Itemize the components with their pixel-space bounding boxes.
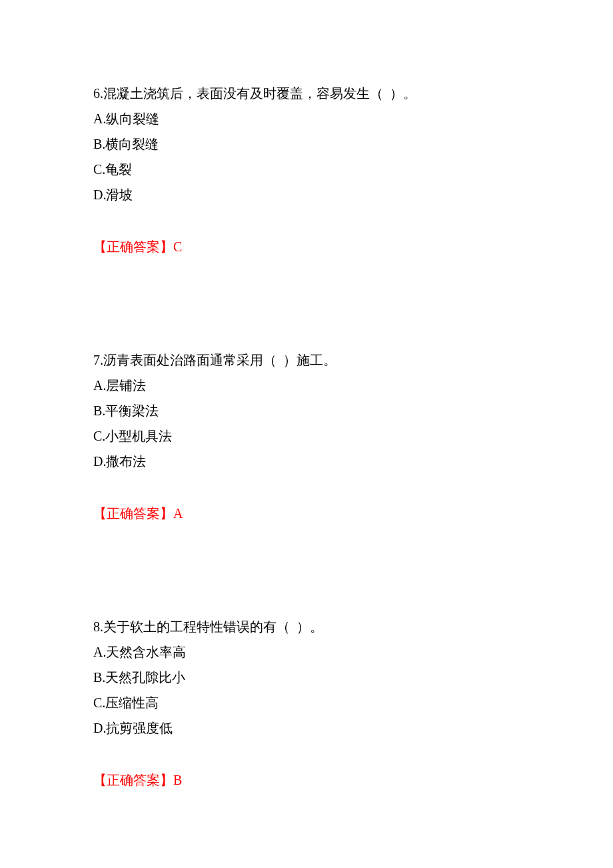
document-page: 6.混凝土浇筑后，表面没有及时覆盖，容易发生（ ）。 A.纵向裂缝 B.横向裂缝… — [0, 0, 613, 868]
question-block: 7.沥青表面处治路面通常采用（ ）施工。 A.层铺法 B.平衡梁法 C.小型机具… — [93, 353, 520, 520]
question-option: A.纵向裂缝 — [93, 112, 520, 125]
question-stem: 7.沥青表面处治路面通常采用（ ）施工。 — [93, 353, 520, 367]
answer-line: 【正确答案】A — [93, 507, 520, 520]
answer-label: 【正确答案】 — [93, 506, 173, 521]
answer-line: 【正确答案】B — [93, 773, 520, 787]
answer-value: A — [173, 506, 183, 521]
question-block: 8.关于软土的工程特性错误的有（ ）。 A.天然含水率高 B.天然孔隙比小 C.… — [93, 620, 520, 787]
question-option: B.横向裂缝 — [93, 137, 520, 151]
question-option: C.压缩性高 — [93, 696, 520, 709]
question-stem: 8.关于软土的工程特性错误的有（ ）。 — [93, 620, 520, 633]
answer-label: 【正确答案】 — [93, 239, 173, 254]
question-text: 沥青表面处治路面通常采用（ ）施工。 — [103, 353, 336, 367]
question-text: 关于软土的工程特性错误的有（ ）。 — [103, 619, 323, 634]
question-option: B.天然孔隙比小 — [93, 671, 520, 684]
question-block: 6.混凝土浇筑后，表面没有及时覆盖，容易发生（ ）。 A.纵向裂缝 B.横向裂缝… — [93, 87, 520, 253]
question-option: C.龟裂 — [93, 163, 520, 176]
question-stem: 6.混凝土浇筑后，表面没有及时覆盖，容易发生（ ）。 — [93, 87, 520, 100]
answer-value: C — [173, 239, 182, 254]
answer-value: B — [173, 773, 182, 787]
question-option: D.撒布法 — [93, 455, 520, 468]
question-text: 混凝土浇筑后，表面没有及时覆盖，容易发生（ ）。 — [103, 86, 416, 101]
answer-label: 【正确答案】 — [93, 773, 173, 787]
question-number: 8. — [93, 619, 103, 634]
question-option: B.平衡梁法 — [93, 404, 520, 417]
question-option: A.天然含水率高 — [93, 645, 520, 659]
question-option: D.抗剪强度低 — [93, 721, 520, 735]
question-option: A.层铺法 — [93, 379, 520, 392]
question-option: D.滑坡 — [93, 188, 520, 201]
question-number: 6. — [93, 86, 103, 101]
answer-line: 【正确答案】C — [93, 240, 520, 253]
question-option: C.小型机具法 — [93, 429, 520, 443]
question-number: 7. — [93, 353, 103, 367]
